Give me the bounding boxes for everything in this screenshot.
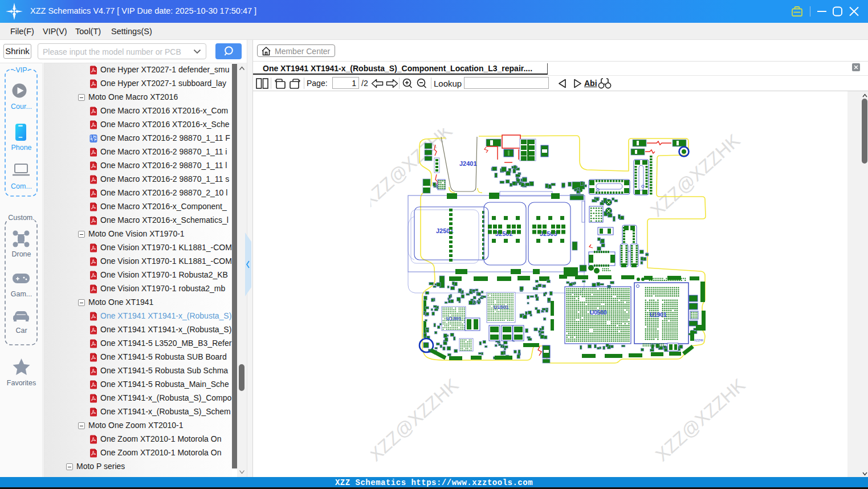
svg-text:U0500: U0500 xyxy=(590,309,607,316)
svg-text:U1501: U1501 xyxy=(494,304,509,310)
svg-text:U1901: U1901 xyxy=(650,312,667,318)
svg-text:U1301: U1301 xyxy=(446,316,462,321)
svg-text:XZZ@XZZHK: XZZ@XZZHK xyxy=(370,128,456,211)
svg-text:XZZHK: XZZHK xyxy=(694,339,704,342)
svg-text:XZZ@XZZHK: XZZ@XZZHK xyxy=(651,374,749,465)
svg-text:XZZ@XZZHK: XZZ@XZZHK xyxy=(370,374,462,465)
svg-text:J2401: J2401 xyxy=(459,160,477,167)
